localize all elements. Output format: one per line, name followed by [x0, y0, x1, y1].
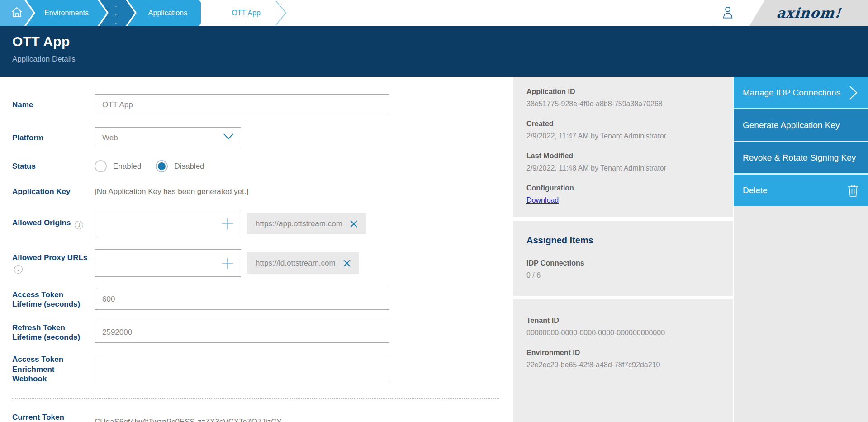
allowed-proxy-urls-row: Allowed Proxy URLs i https://id.ottstrea…: [12, 249, 499, 277]
application-form: Name Platform Web St: [0, 77, 513, 422]
webhook-row: Access Token Enrichment Webhook: [12, 355, 499, 384]
refresh-token-lifetime-row: Refresh Token Lifetime (seconds): [12, 322, 499, 343]
application-details-page: Environments . . . Applications OTT App: [0, 0, 868, 422]
origin-chip: https://app.ottstream.com: [247, 213, 366, 234]
content: Name Platform Web St: [0, 77, 868, 422]
manage-idp-connections-label: Manage IDP Connections: [743, 88, 840, 98]
signing-key-id-value: CUgaS6qf4Iw4tTwzpPc0ESS-zzZX3sVCXTcZQ7Ji…: [95, 417, 499, 422]
signing-key-id-row: Current Token Signing Key ID CUgaS6qf4Iw…: [12, 413, 499, 422]
actions-panel: Manage IDP Connections Generate Applicat…: [734, 77, 868, 422]
breadcrumb-home[interactable]: [0, 0, 33, 26]
revoke-rotate-signing-key-label: Revoke & Rotate Signing Key: [743, 153, 856, 163]
metadata-section: Application ID 38e51775-928e-4f0c-a8b8-7…: [513, 77, 733, 217]
delete-label: Delete: [743, 185, 768, 195]
signing-key-id-label: Current Token Signing Key ID: [12, 413, 95, 422]
access-token-lifetime-label: Access Token Lifetime (seconds): [12, 290, 95, 309]
name-row: Name: [12, 94, 499, 115]
page-header: OTT App Application Details: [0, 26, 868, 77]
allowed-origins-label-text: Allowed Origins: [12, 218, 71, 227]
status-label: Status: [12, 161, 95, 171]
environment-id-value: 22e2ec29-be65-42f8-a48d-78f7c92da210: [526, 361, 722, 369]
delete-button[interactable]: Delete: [734, 175, 868, 206]
add-proxy-url-button[interactable]: [218, 249, 237, 277]
status-radio-enabled[interactable]: [95, 160, 107, 172]
tenant-id-label: Tenant ID: [526, 317, 722, 325]
breadcrumb-item-current: OTT App: [201, 0, 278, 26]
created-label: Created: [526, 120, 722, 128]
download-link[interactable]: Download: [526, 196, 559, 204]
page-title: OTT App: [12, 34, 868, 49]
trash-icon: [847, 184, 859, 197]
breadcrumb-item-environments[interactable]: Environments: [26, 0, 107, 26]
home-icon: [10, 5, 24, 21]
remove-proxy-url-icon[interactable]: [343, 259, 351, 267]
last-modified-value: 2/9/2022, 11:48 AM by Tenant Administrat…: [526, 164, 722, 172]
chevron-right-icon: [847, 85, 859, 100]
chevron-down-icon: [223, 133, 234, 143]
name-input[interactable]: [95, 94, 389, 115]
user-menu-button[interactable]: [714, 0, 741, 26]
tenant-id-value: 00000000-0000-0000-0000-000000000000: [526, 329, 722, 337]
add-origin-button[interactable]: [218, 210, 237, 237]
access-token-lifetime-row: Access Token Lifetime (seconds): [12, 289, 499, 310]
generate-application-key-label: Generate Application Key: [743, 120, 840, 130]
assigned-items-heading: Assigned Items: [526, 235, 722, 246]
refresh-token-lifetime-input[interactable]: [95, 322, 389, 343]
ids-section: Tenant ID 00000000-0000-0000-0000-000000…: [513, 299, 733, 422]
manage-idp-connections-button[interactable]: Manage IDP Connections: [734, 77, 868, 108]
allowed-origins-label: Allowed Origins i: [12, 218, 95, 229]
application-id-value: 38e51775-928e-4f0c-a8b8-759a38a70268: [526, 100, 722, 108]
name-label: Name: [12, 100, 95, 109]
section-divider: [12, 398, 499, 399]
webhook-label: Access Token Enrichment Webhook: [12, 355, 95, 384]
platform-selected-value: Web: [102, 133, 118, 142]
application-key-value: [No Application Key has been generated y…: [95, 187, 499, 196]
created-value: 2/9/2022, 11:47 AM by Tenant Administrat…: [526, 132, 722, 140]
environment-id-label: Environment ID: [526, 349, 722, 357]
assigned-items-section: Assigned Items IDP Connections 0 / 6: [513, 221, 733, 296]
chevron-outline-icon: [272, 0, 290, 26]
platform-row: Platform Web: [12, 127, 499, 148]
webhook-input[interactable]: [95, 356, 389, 383]
remove-origin-icon[interactable]: [350, 220, 358, 228]
refresh-token-lifetime-label: Refresh Token Lifetime (seconds): [12, 323, 95, 342]
idp-connections-count: 0 / 6: [526, 271, 722, 280]
platform-select[interactable]: Web: [95, 127, 241, 148]
application-id-label: Application ID: [526, 88, 722, 96]
info-icon[interactable]: i: [75, 221, 83, 229]
info-icon[interactable]: i: [14, 265, 23, 274]
status-radio-disabled-label[interactable]: Disabled: [174, 162, 204, 171]
breadcrumb: Environments . . . Applications OTT App: [0, 0, 868, 26]
proxy-url-chip-label: https://id.ottstream.com: [256, 259, 336, 268]
status-radio-enabled-label[interactable]: Enabled: [113, 162, 141, 171]
brand-logo-text: axinom!: [776, 5, 842, 21]
user-icon: [721, 5, 735, 22]
allowed-proxy-urls-label: Allowed Proxy URLs i: [12, 253, 95, 274]
application-key-row: Application Key [No Application Key has …: [12, 187, 499, 196]
generate-application-key-button[interactable]: Generate Application Key: [734, 109, 868, 141]
platform-label: Platform: [12, 133, 95, 142]
info-panel: Application ID 38e51775-928e-4f0c-a8b8-7…: [513, 77, 733, 422]
access-token-lifetime-input[interactable]: [95, 289, 389, 310]
breadcrumb-item-applications[interactable]: Applications: [128, 0, 208, 26]
last-modified-label: Last Modified: [526, 152, 722, 160]
allowed-origins-row: Allowed Origins i https://app.ottstream.…: [12, 210, 499, 237]
proxy-url-chip: https://id.ottstream.com: [247, 252, 359, 274]
idp-connections-label: IDP Connections: [526, 259, 722, 267]
application-key-label: Application Key: [12, 187, 95, 196]
configuration-label: Configuration: [526, 184, 722, 192]
page-subtitle: Application Details: [12, 55, 868, 64]
origin-chip-label: https://app.ottstream.com: [256, 219, 342, 228]
brand-logo: axinom!: [749, 0, 868, 26]
allowed-proxy-urls-label-text: Allowed Proxy URLs: [12, 253, 87, 262]
breadcrumb-current-label: OTT App: [232, 9, 261, 17]
topbar-right: axinom!: [714, 0, 868, 26]
status-row: Status Enabled Disabled: [12, 160, 499, 172]
revoke-rotate-signing-key-button[interactable]: Revoke & Rotate Signing Key: [734, 142, 868, 173]
status-radio-disabled[interactable]: [156, 160, 168, 172]
